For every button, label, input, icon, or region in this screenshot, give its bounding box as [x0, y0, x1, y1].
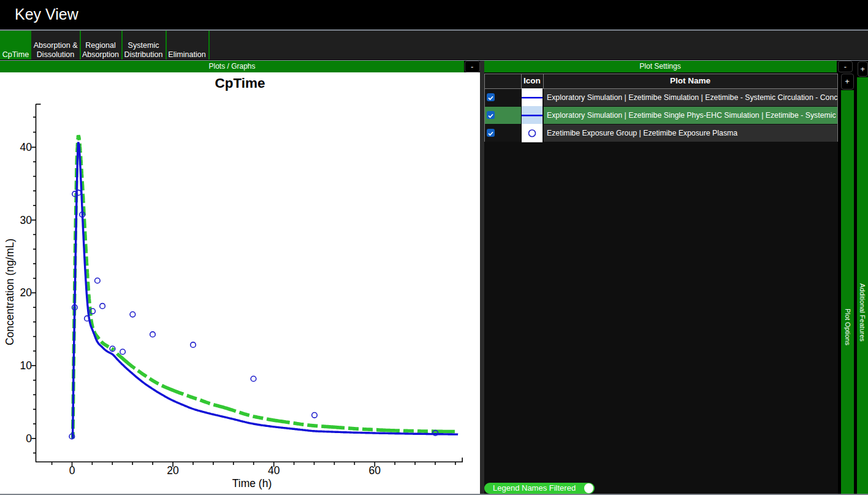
svg-text:40: 40 [20, 141, 32, 153]
svg-text:40: 40 [268, 464, 280, 477]
svg-text:10: 10 [20, 359, 32, 372]
svg-text:20: 20 [167, 464, 179, 477]
svg-text:0: 0 [69, 464, 75, 477]
svg-text:30: 30 [20, 214, 32, 226]
svg-text:20: 20 [20, 286, 32, 299]
svg-text:Time (h): Time (h) [232, 477, 272, 489]
svg-text:0: 0 [26, 432, 32, 445]
svg-text:60: 60 [369, 464, 381, 477]
svg-text:Concentration (ng/mL): Concentration (ng/mL) [4, 239, 16, 345]
svg-text:CpTime: CpTime [215, 75, 265, 91]
